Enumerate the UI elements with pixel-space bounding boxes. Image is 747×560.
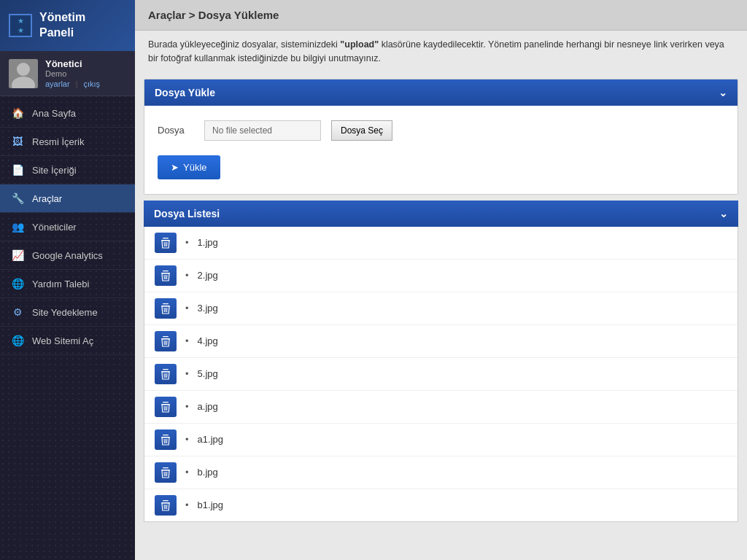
nav-label-araclar: Araçlar [32, 193, 62, 204]
user-section: Yönetici Demo ayarlar | çıkış [0, 51, 135, 96]
upload-panel-header: Dosya Yükle ⌄ [144, 79, 738, 106]
web-icon: 🌐 [10, 333, 25, 348]
file-list-body: • 1.jpg • 2.jpg • [144, 227, 738, 522]
sidebar-item-web-sitemi-ac[interactable]: 🌐 Web Sitemi Aç [0, 327, 135, 355]
delete-file-button[interactable] [155, 495, 177, 516]
upload-arrow-icon: ➤ [171, 162, 179, 173]
file-name: a.jpg [198, 401, 218, 412]
file-list-header: Dosya Listesi ⌄ [144, 201, 738, 227]
delete-file-button[interactable] [155, 364, 177, 384]
svg-rect-44 [163, 500, 169, 501]
upload-panel-title: Dosya Yükle [155, 87, 215, 98]
file-upload-row: Dosya No file selected Dosya Seç [158, 120, 724, 141]
link-divider: | [76, 79, 78, 88]
star-icon-bottom: ★ [18, 27, 24, 34]
file-list-collapse-icon[interactable]: ⌄ [719, 208, 728, 219]
upload-button-label: Yükle [183, 162, 207, 173]
sidebar-item-resmi-icerik[interactable]: 🖼 Resmi İçerik [0, 128, 135, 156]
dosya-label: Dosya [158, 125, 194, 136]
app-title: Yönetim Paneli [39, 10, 85, 41]
svg-rect-19 [163, 336, 169, 337]
username: Yönetici [45, 58, 126, 69]
sidebar-item-yardim-talebi[interactable]: 🌐 Yardım Talebi [0, 270, 135, 298]
svg-rect-29 [163, 402, 169, 402]
delete-file-button[interactable] [155, 298, 177, 319]
home-icon: 🏠 [10, 106, 25, 120]
analytics-icon: 📈 [10, 248, 25, 262]
table-row: • 2.jpg [144, 260, 738, 292]
sidebar-header: ★ ★ Yönetim Paneli [0, 0, 135, 51]
file-list-panel: Dosya Listesi ⌄ • 1.jpg [144, 201, 738, 522]
delete-file-button[interactable] [155, 462, 177, 483]
backup-icon: ⚙ [10, 305, 25, 319]
file-bullet: • [185, 237, 189, 248]
svg-rect-24 [163, 369, 169, 370]
file-name: 3.jpg [198, 303, 218, 314]
file-bullet: • [185, 401, 189, 412]
sidebar-item-yoneticiler[interactable]: 👥 Yöneticiler [0, 213, 135, 241]
file-bullet: • [185, 467, 189, 478]
sidebar: ★ ★ Yönetim Paneli Yönetici Demo ayarlar… [0, 0, 135, 560]
svg-rect-34 [163, 435, 169, 435]
info-text: Burada yükleyeceğiniz dosyalar, sistemin… [135, 31, 747, 73]
file-bullet: • [185, 335, 189, 346]
table-row: • 3.jpg [144, 292, 738, 325]
avatar [9, 59, 38, 88]
table-row: • 5.jpg [144, 358, 738, 391]
svg-rect-4 [163, 238, 169, 238]
sidebar-item-site-yedekleme[interactable]: ⚙ Site Yedekleme [0, 298, 135, 327]
upload-panel-body: Dosya No file selected Dosya Seç ➤ Yükle [144, 106, 738, 194]
users-icon: 👥 [10, 219, 25, 234]
sidebar-item-google-analytics[interactable]: 📈 Google Analytics [0, 241, 135, 270]
upload-panel: Dosya Yükle ⌄ Dosya No file selected Dos… [144, 79, 738, 195]
file-name: 4.jpg [198, 335, 218, 346]
tools-icon: 🔧 [10, 191, 25, 206]
choose-file-button[interactable]: Dosya Seç [331, 120, 392, 141]
file-list-title: Dosya Listesi [154, 208, 220, 219]
file-bullet: • [185, 303, 189, 314]
table-row: • 1.jpg [144, 227, 738, 260]
sidebar-item-araclar[interactable]: 🔧 Araçlar [0, 184, 135, 213]
file-name: b1.jpg [198, 499, 223, 510]
nav-label-yoneticiler: Yöneticiler [32, 222, 77, 233]
upload-button[interactable]: ➤ Yükle [158, 155, 220, 179]
nav-label-google-analytics: Google Analytics [32, 250, 103, 261]
svg-rect-9 [163, 271, 169, 271]
table-row: • b1.jpg [144, 489, 738, 521]
file-bullet: • [185, 270, 189, 281]
sidebar-item-site-icerigi[interactable]: 📄 Site İçeriği [0, 156, 135, 184]
delete-file-button[interactable] [155, 265, 177, 286]
svg-point-1 [17, 63, 30, 76]
svg-rect-39 [163, 467, 169, 468]
nav-label-resmi-icerik: Resmi İçerik [32, 136, 85, 147]
page-icon: 📄 [10, 163, 25, 177]
nav-label-site-yedekleme: Site Yedekleme [32, 307, 98, 318]
file-bullet: • [185, 499, 189, 510]
delete-file-button[interactable] [155, 233, 177, 253]
nav-label-ana-sayfa: Ana Sayfa [32, 108, 76, 119]
nav-label-yardim-talebi: Yardım Talebi [32, 279, 89, 289]
breadcrumb: Araçlar > Dosya Yükleme [135, 0, 747, 31]
help-icon: 🌐 [10, 276, 25, 291]
delete-file-button[interactable] [155, 397, 177, 417]
sidebar-item-ana-sayfa[interactable]: 🏠 Ana Sayfa [0, 99, 135, 128]
delete-file-button[interactable] [155, 429, 177, 450]
user-info: Yönetici Demo ayarlar | çıkış [45, 58, 126, 88]
user-role: Demo [45, 69, 126, 78]
main-content: Araçlar > Dosya Yükleme Burada yükleyece… [135, 0, 747, 560]
user-links: ayarlar | çıkış [45, 79, 126, 88]
file-name: b.jpg [198, 467, 218, 478]
nav-label-web-sitemi-ac: Web Sitemi Aç [32, 335, 93, 346]
file-bullet: • [185, 368, 189, 379]
table-row: • a1.jpg [144, 424, 738, 456]
logout-link[interactable]: çıkış [83, 79, 100, 88]
table-row: • b.jpg [144, 456, 738, 489]
delete-file-button[interactable] [155, 331, 177, 351]
settings-link[interactable]: ayarlar [45, 79, 70, 88]
image-icon: 🖼 [10, 134, 25, 149]
nav-label-site-icerigi: Site İçeriği [32, 165, 77, 176]
collapse-icon[interactable]: ⌄ [719, 87, 727, 98]
table-row: • a.jpg [144, 391, 738, 424]
table-row: • 4.jpg [144, 325, 738, 358]
file-bullet: • [185, 434, 189, 445]
